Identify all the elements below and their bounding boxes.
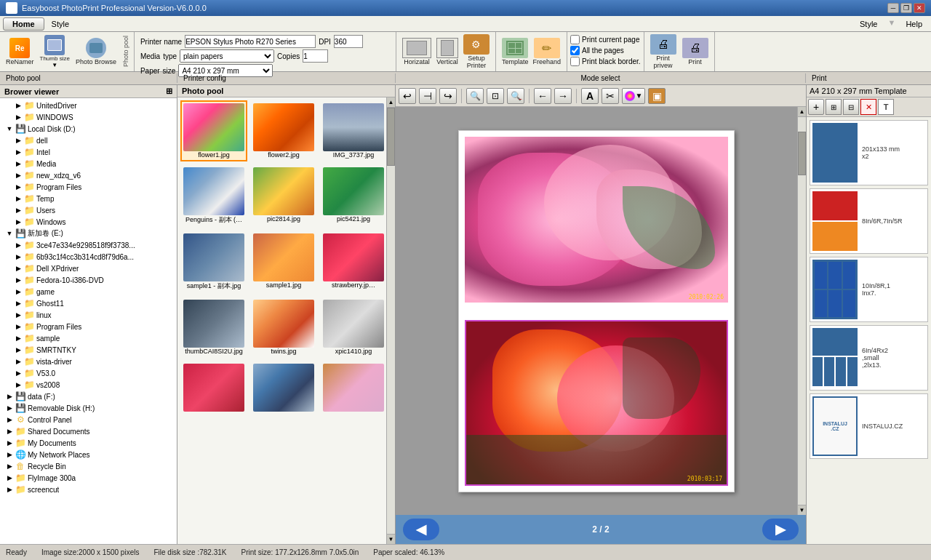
tree-toggle[interactable]: ▶ bbox=[15, 276, 22, 284]
tree-item[interactable]: ▼ 💾 Local Disk (D:) bbox=[1, 123, 175, 135]
renamer-button[interactable]: Re ReNamer bbox=[4, 36, 36, 67]
browser-expand-icon[interactable]: ⊞ bbox=[166, 87, 172, 96]
top-photo-frame[interactable]: 2010:02:26 bbox=[465, 137, 728, 303]
dpi-input[interactable] bbox=[334, 35, 363, 48]
tree-toggle[interactable]: ▶ bbox=[15, 323, 22, 330]
photo-pool-item[interactable] bbox=[320, 361, 386, 415]
arrow-right-button[interactable]: → bbox=[554, 88, 572, 104]
tree-toggle[interactable]: ▶ bbox=[6, 428, 13, 435]
tree-item[interactable]: ▶ 📁 Windows bbox=[1, 216, 175, 228]
close-btn[interactable]: ✕ bbox=[914, 3, 925, 13]
tree-toggle[interactable]: ▶ bbox=[15, 113, 22, 121]
canvas-scroll-up[interactable]: ▲ bbox=[798, 107, 806, 117]
tree-toggle[interactable]: ▶ bbox=[15, 183, 22, 191]
home-button[interactable]: Home bbox=[3, 17, 44, 31]
tree-item[interactable]: ▶ 📁 V53.0 bbox=[1, 367, 175, 379]
canvas-main[interactable]: 2010:02:26 2010:03:17 bbox=[396, 107, 797, 515]
setup-printer-button[interactable]: ⚙ SetupPrinter bbox=[462, 33, 491, 71]
tree-toggle[interactable]: ▼ bbox=[6, 230, 13, 237]
print-black-border-checkbox[interactable] bbox=[570, 57, 580, 66]
template-card-3[interactable]: 10In/8R,1Inx7. bbox=[810, 257, 928, 322]
tree-item[interactable]: ▶ 📁 Media bbox=[1, 158, 175, 169]
menu-style[interactable]: Style bbox=[46, 18, 75, 30]
tree-item[interactable]: ▶ 📁 linux bbox=[1, 309, 175, 321]
photo-pool-item[interactable]: flower2.jpg bbox=[250, 100, 317, 161]
template-card-5[interactable]: INSTALUJ.CZ INSTALUJ.CZ bbox=[810, 393, 928, 459]
tree-item[interactable]: ▶ 📁 FlyImage 300a bbox=[1, 472, 175, 484]
photo-pool-item[interactable]: xpic1410.jpg bbox=[320, 297, 386, 358]
photo-pool-scroll[interactable]: flower1.jpg flower2.jpg IMG_3737.jpg Pen… bbox=[177, 97, 386, 544]
template-scroll[interactable]: 201x133 mmx2 8In/6R,7In/5R bbox=[807, 117, 931, 544]
next-page-button[interactable]: ▶ bbox=[762, 519, 799, 540]
tree-item[interactable]: ▶ 🗑 Recycle Bin bbox=[1, 460, 175, 472]
tree-item[interactable]: ▶ 📁 sample bbox=[1, 332, 175, 344]
zoom-out-button[interactable]: −🔍 bbox=[507, 88, 524, 104]
tree-toggle[interactable]: ▶ bbox=[15, 288, 22, 295]
template-card-4[interactable]: 6In/4Rx2,small,2lx13. bbox=[810, 325, 928, 391]
tree-item[interactable]: ▶ ⚙ Control Panel bbox=[1, 414, 175, 425]
tree-item[interactable]: ▶ 📁 Shared Documents bbox=[1, 425, 175, 437]
copies-input[interactable] bbox=[303, 49, 328, 63]
tree-item[interactable]: ▶ 💾 data (F:) bbox=[1, 391, 175, 402]
restore-btn[interactable]: ❐ bbox=[900, 3, 912, 13]
tree-area[interactable]: ▶ 📁 UnitedDriver ▶ 📁 WINDOWS ▼ 💾 Local D… bbox=[0, 98, 177, 544]
photo-pool-item[interactable] bbox=[250, 361, 317, 415]
tree-item[interactable]: ▶ 📁 WINDOWS bbox=[1, 111, 175, 123]
template-card-2[interactable]: 8In/6R,7In/5R bbox=[810, 188, 928, 254]
tree-toggle[interactable]: ▶ bbox=[6, 416, 13, 423]
template-card-1[interactable]: 201x133 mmx2 bbox=[810, 120, 928, 185]
prev-page-button[interactable]: ◀ bbox=[403, 519, 439, 540]
tree-item[interactable]: ▶ 📁 Temp bbox=[1, 193, 175, 204]
photo-pool-item[interactable]: strawberry.jp… bbox=[320, 231, 386, 294]
tree-toggle[interactable]: ▶ bbox=[15, 358, 22, 365]
text-tool-button[interactable]: A bbox=[581, 88, 599, 104]
tree-toggle[interactable]: ▶ bbox=[6, 474, 13, 481]
tree-toggle[interactable]: ▶ bbox=[15, 207, 22, 214]
photo-pool-item[interactable]: pic2814.jpg bbox=[250, 164, 317, 228]
all-pages-checkbox[interactable] bbox=[570, 46, 580, 55]
photo-pool-item[interactable]: pic5421.jpg bbox=[320, 164, 386, 228]
redo-button[interactable]: ↪ bbox=[439, 88, 457, 104]
photo-pool-item[interactable] bbox=[180, 361, 247, 415]
undo-button[interactable]: ↩ bbox=[399, 88, 416, 104]
tree-item[interactable]: ▶ 💾 Removable Disk (H:) bbox=[1, 402, 175, 414]
tree-toggle[interactable]: ▶ bbox=[6, 486, 13, 493]
tree-item[interactable]: ▶ 📁 Fedora-10-i386-DVD bbox=[1, 274, 175, 286]
scissors-button[interactable]: ✂ bbox=[602, 88, 619, 104]
tree-toggle[interactable]: ▶ bbox=[15, 253, 22, 260]
tree-item[interactable]: ▶ 📁 dell bbox=[1, 135, 175, 146]
tree-toggle[interactable]: ▼ bbox=[6, 125, 13, 132]
tree-toggle[interactable]: ▶ bbox=[15, 346, 22, 353]
tree-toggle[interactable]: ▶ bbox=[15, 241, 22, 249]
tree-item[interactable]: ▶ 📁 My Documents bbox=[1, 437, 175, 449]
tree-item[interactable]: ▶ 📁 Program Files bbox=[1, 321, 175, 332]
tree-item[interactable]: ▶ 📁 Program Files bbox=[1, 181, 175, 193]
tree-item[interactable]: ▶ 📁 vs2008 bbox=[1, 379, 175, 391]
canvas-scroll-down[interactable]: ▼ bbox=[798, 505, 806, 515]
photo-pool-item[interactable]: sample1 - 副本.jpg bbox=[180, 231, 247, 294]
tree-item[interactable]: ▶ 📁 Users bbox=[1, 204, 175, 216]
arrow-left-button[interactable]: ← bbox=[534, 88, 551, 104]
photo-pool-item[interactable]: twins.jpg bbox=[250, 297, 317, 358]
photo-pool-item[interactable]: IMG_3737.jpg bbox=[320, 100, 386, 161]
menu-style2[interactable]: Style bbox=[854, 18, 883, 30]
color-button[interactable]: ▼ bbox=[622, 88, 645, 104]
freehand-button[interactable]: ✏ Freehand bbox=[531, 36, 562, 67]
photo-pool-item[interactable]: Penguins - 副本 (… bbox=[180, 164, 247, 228]
tree-toggle[interactable]: ▶ bbox=[15, 172, 22, 179]
tree-toggle[interactable]: ▶ bbox=[6, 404, 13, 412]
tree-toggle[interactable]: ▶ bbox=[15, 369, 22, 377]
template-delete-btn[interactable]: ✕ bbox=[860, 99, 876, 115]
tree-item[interactable]: ▶ 📁 6b93c1f4cc3b314cd8f79d6a... bbox=[1, 251, 175, 263]
template-text-btn[interactable]: T bbox=[878, 99, 894, 115]
zoom-fit-button[interactable]: ⊡ bbox=[487, 88, 504, 104]
tree-item[interactable]: ▶ 📁 Ghost11 bbox=[1, 297, 175, 309]
minimize-btn[interactable]: ─ bbox=[887, 3, 899, 13]
tree-item[interactable]: ▶ 📁 Intel bbox=[1, 146, 175, 158]
tree-item[interactable]: ▶ 📁 Dell XPdriver bbox=[1, 263, 175, 274]
photo-pool-item[interactable]: sample1.jpg bbox=[250, 231, 317, 294]
tree-toggle[interactable]: ▶ bbox=[6, 463, 13, 470]
tree-toggle[interactable]: ▶ bbox=[6, 393, 13, 400]
tree-item[interactable]: ▶ 📁 vista-driver bbox=[1, 356, 175, 367]
tree-item[interactable]: ▶ 📁 game bbox=[1, 286, 175, 297]
